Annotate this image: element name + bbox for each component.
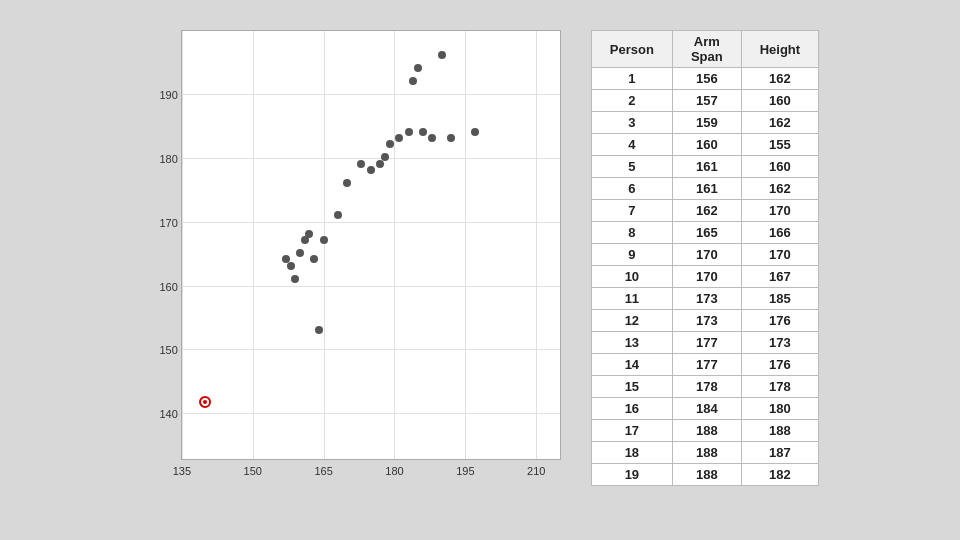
table-cell: 11 (591, 288, 672, 310)
table-cell: 155 (741, 134, 818, 156)
table-cell: 15 (591, 376, 672, 398)
table-cell: 162 (672, 200, 741, 222)
table-cell: 160 (741, 156, 818, 178)
data-table-wrapper: Person ArmSpan Height 115616221571603159… (591, 30, 819, 486)
main-container: 140150160170180190135150165180195210 Per… (121, 10, 839, 530)
table-cell: 160 (672, 134, 741, 156)
scatter-point (419, 128, 427, 136)
table-cell: 188 (672, 442, 741, 464)
table-cell: 166 (741, 222, 818, 244)
table-cell: 12 (591, 310, 672, 332)
table-cell: 170 (672, 266, 741, 288)
scatter-point (381, 153, 389, 161)
table-cell: 177 (672, 332, 741, 354)
table-row: 19188182 (591, 464, 818, 486)
scatter-point (405, 128, 413, 136)
table-cell: 177 (672, 354, 741, 376)
scatter-point (334, 211, 342, 219)
table-row: 13177173 (591, 332, 818, 354)
col-header-person: Person (591, 31, 672, 68)
col-header-arm-span: ArmSpan (672, 31, 741, 68)
table-cell: 3 (591, 112, 672, 134)
table-cell: 160 (741, 90, 818, 112)
chart-wrapper: 140150160170180190135150165180195210 (141, 20, 571, 520)
table-row: 14177176 (591, 354, 818, 376)
scatter-point (305, 230, 313, 238)
table-cell: 161 (672, 156, 741, 178)
scatter-point (428, 134, 436, 142)
scatter-point (315, 326, 323, 334)
table-cell: 18 (591, 442, 672, 464)
table-row: 16184180 (591, 398, 818, 420)
table-cell: 170 (741, 200, 818, 222)
data-table: Person ArmSpan Height 115616221571603159… (591, 30, 819, 486)
table-cell: 6 (591, 178, 672, 200)
table-cell: 178 (672, 376, 741, 398)
scatter-point (438, 51, 446, 59)
scatter-point (367, 166, 375, 174)
table-cell: 16 (591, 398, 672, 420)
table-cell: 182 (741, 464, 818, 486)
table-cell: 162 (741, 68, 818, 90)
table-cell: 167 (741, 266, 818, 288)
table-cell: 10 (591, 266, 672, 288)
scatter-point (310, 255, 318, 263)
table-row: 1156162 (591, 68, 818, 90)
table-row: 9170170 (591, 244, 818, 266)
table-cell: 188 (672, 420, 741, 442)
table-row: 15178178 (591, 376, 818, 398)
table-row: 6161162 (591, 178, 818, 200)
table-cell: 188 (741, 420, 818, 442)
scatter-point (357, 160, 365, 168)
table-cell: 7 (591, 200, 672, 222)
table-row: 18188187 (591, 442, 818, 464)
table-cell: 161 (672, 178, 741, 200)
table-cell: 187 (741, 442, 818, 464)
table-cell: 173 (672, 310, 741, 332)
table-row: 3159162 (591, 112, 818, 134)
table-row: 4160155 (591, 134, 818, 156)
table-row: 8165166 (591, 222, 818, 244)
table-row: 12173176 (591, 310, 818, 332)
table-row: 17188188 (591, 420, 818, 442)
scatter-point (320, 236, 328, 244)
table-cell: 178 (741, 376, 818, 398)
table-cell: 157 (672, 90, 741, 112)
table-cell: 176 (741, 310, 818, 332)
scatter-point (343, 179, 351, 187)
table-cell: 180 (741, 398, 818, 420)
table-cell: 159 (672, 112, 741, 134)
table-cell: 19 (591, 464, 672, 486)
table-cell: 2 (591, 90, 672, 112)
table-row: 2157160 (591, 90, 818, 112)
table-cell: 176 (741, 354, 818, 376)
table-cell: 188 (672, 464, 741, 486)
table-cell: 14 (591, 354, 672, 376)
table-cell: 162 (741, 178, 818, 200)
table-row: 5161160 (591, 156, 818, 178)
table-cell: 1 (591, 68, 672, 90)
table-row: 11173185 (591, 288, 818, 310)
scatter-point (386, 140, 394, 148)
table-cell: 4 (591, 134, 672, 156)
scatter-point (447, 134, 455, 142)
scatter-plot: 140150160170180190135150165180195210 (181, 30, 561, 460)
scatter-point (409, 77, 417, 85)
table-cell: 185 (741, 288, 818, 310)
table-row: 10170167 (591, 266, 818, 288)
col-header-height: Height (741, 31, 818, 68)
scatter-point (199, 396, 211, 408)
table-cell: 165 (672, 222, 741, 244)
table-cell: 13 (591, 332, 672, 354)
table-cell: 170 (672, 244, 741, 266)
scatter-point (291, 275, 299, 283)
table-cell: 17 (591, 420, 672, 442)
table-row: 7162170 (591, 200, 818, 222)
table-cell: 173 (672, 288, 741, 310)
table-cell: 170 (741, 244, 818, 266)
scatter-point (414, 64, 422, 72)
table-cell: 5 (591, 156, 672, 178)
table-cell: 173 (741, 332, 818, 354)
table-cell: 184 (672, 398, 741, 420)
scatter-point (296, 249, 304, 257)
